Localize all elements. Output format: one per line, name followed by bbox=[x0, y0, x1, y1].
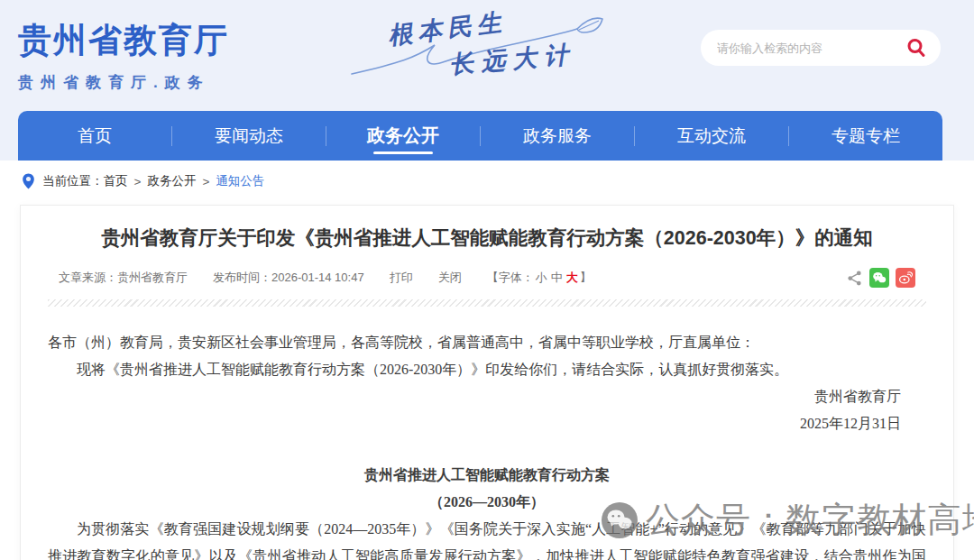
time-value: 2026-01-14 10:47 bbox=[271, 271, 364, 284]
article-publish-time: 发布时间：2026-01-14 10:47 bbox=[213, 270, 364, 286]
active-tab-underline bbox=[373, 151, 433, 154]
nav-item-interaction[interactable]: 互动交流 bbox=[635, 111, 788, 161]
weibo-share-icon[interactable] bbox=[896, 268, 915, 288]
share-icon[interactable] bbox=[846, 270, 863, 287]
print-button[interactable]: 打印 bbox=[390, 270, 413, 286]
document-title: 贵州省推进人工智能赋能教育行动方案 bbox=[48, 462, 926, 489]
font-small-button[interactable]: 小 bbox=[536, 271, 547, 284]
font-size-control: 【字体：小中大】 bbox=[487, 270, 592, 286]
nav-item-label: 政务服务 bbox=[523, 124, 592, 148]
article-meta-row: 文章来源：贵州省教育厅 发布时间：2026-01-14 10:47 打印 关闭 … bbox=[48, 268, 926, 288]
nav-item-gov-disclosure[interactable]: 政务公开 bbox=[326, 111, 480, 161]
nav-item-label: 要闻动态 bbox=[215, 124, 283, 148]
site-header: 贵州省教育厅 贵州省教育厅.政务 根本民生 长远大计 bbox=[0, 0, 974, 161]
font-label-end: 】 bbox=[580, 271, 592, 284]
site-logo-title: 贵州省教育厅 bbox=[18, 18, 229, 63]
breadcrumb-separator: > bbox=[202, 175, 209, 188]
search-box bbox=[701, 30, 941, 66]
breadcrumb-prefix: 当前位置： bbox=[42, 173, 104, 189]
breadcrumb-separator: > bbox=[134, 175, 142, 188]
nav-item-label: 专题专栏 bbox=[832, 124, 900, 148]
nav-item-label: 互动交流 bbox=[677, 124, 746, 148]
slogan-calligraphy: 根本民生 长远大计 bbox=[350, 2, 620, 92]
document-subtitle: （2026—2030年） bbox=[48, 489, 926, 516]
signature: 贵州省教育厅 bbox=[48, 383, 926, 410]
share-group bbox=[846, 268, 915, 288]
nav-item-label: 首页 bbox=[78, 124, 112, 148]
breadcrumb-item-home[interactable]: 首页 bbox=[104, 173, 128, 189]
slogan-text-bottom: 长远大计 bbox=[448, 38, 577, 81]
source-label: 文章来源： bbox=[59, 271, 117, 284]
site-logo-subtitle: 贵州省教育厅.政务 bbox=[18, 72, 229, 93]
nav-item-special-topics[interactable]: 专题专栏 bbox=[789, 111, 942, 161]
paragraph-issuance: 现将《贵州省推进人工智能赋能教育行动方案（2026-2030年）》印发给你们，请… bbox=[48, 356, 926, 383]
font-large-button[interactable]: 大 bbox=[566, 271, 578, 284]
font-label: 【字体： bbox=[487, 271, 534, 284]
breadcrumb-item-notices[interactable]: 通知公告 bbox=[216, 173, 264, 189]
article-body: 各市（州）教育局，贵安新区社会事业管理局，各高等院校，省属普通高中，省属中等职业… bbox=[48, 329, 926, 560]
close-button[interactable]: 关闭 bbox=[438, 270, 462, 286]
breadcrumb: 当前位置： 首页 > 政务公开 > 通知公告 bbox=[0, 161, 974, 202]
nav-item-home[interactable]: 首页 bbox=[18, 111, 171, 161]
nav-item-news[interactable]: 要闻动态 bbox=[172, 111, 326, 161]
font-medium-button[interactable]: 中 bbox=[551, 271, 563, 284]
search-input[interactable] bbox=[717, 41, 905, 55]
search-icon[interactable] bbox=[905, 36, 928, 60]
paragraph-recipients: 各市（州）教育局，贵安新区社会事业管理局，各高等院校，省属普通高中，省属中等职业… bbox=[48, 329, 926, 356]
hatched-divider bbox=[48, 299, 926, 307]
nav-item-label: 政务公开 bbox=[367, 124, 439, 148]
nav-item-gov-services[interactable]: 政务服务 bbox=[481, 111, 634, 161]
slogan-swoosh-icon bbox=[350, 2, 620, 92]
breadcrumb-item-gov-disclosure[interactable]: 政务公开 bbox=[147, 173, 196, 189]
article-source: 文章来源：贵州省教育厅 bbox=[59, 270, 188, 286]
article-title: 贵州省教育厅关于印发《贵州省推进人工智能赋能教育行动方案（2026-2030年）… bbox=[48, 225, 926, 251]
slogan-text-top: 根本民生 bbox=[386, 5, 508, 52]
time-label: 发布时间： bbox=[213, 271, 271, 284]
signature-date: 2025年12月31日 bbox=[48, 410, 926, 437]
main-nav: 首页 要闻动态 政务公开 政务服务 互动交流 专题专栏 bbox=[18, 111, 942, 161]
location-pin-icon bbox=[22, 173, 35, 189]
site-logo[interactable]: 贵州省教育厅 贵州省教育厅.政务 bbox=[18, 18, 229, 93]
page: 贵州省教育厅 贵州省教育厅.政务 根本民生 长远大计 bbox=[0, 0, 974, 560]
paragraph-purpose: 为贯彻落实《教育强国建设规划纲要（2024—2035年）》《国务院关于深入实施“… bbox=[48, 516, 926, 560]
article-card: 贵州省教育厅关于印发《贵州省推进人工智能赋能教育行动方案（2026-2030年）… bbox=[20, 205, 954, 560]
source-value: 贵州省教育厅 bbox=[117, 271, 188, 284]
wechat-share-icon[interactable] bbox=[869, 268, 889, 288]
